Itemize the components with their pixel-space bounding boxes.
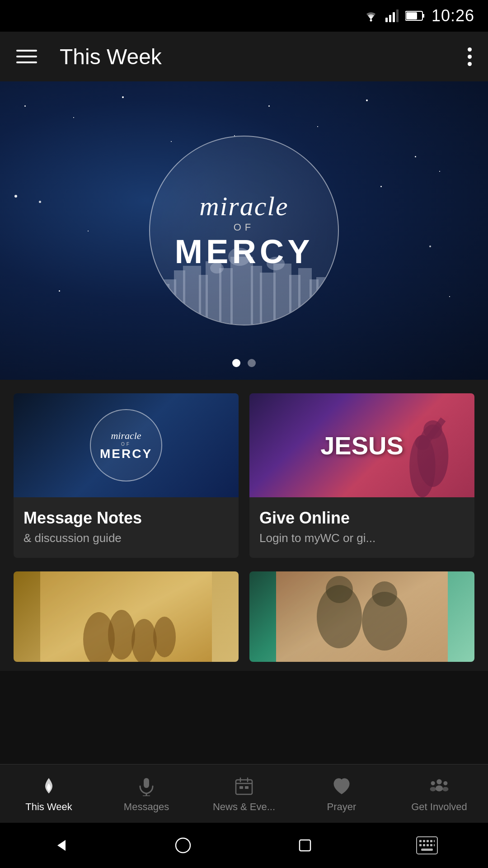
wifi-icon	[363, 9, 379, 22]
svg-marker-56	[57, 840, 66, 851]
card-mercy-text: MERCY	[100, 447, 152, 461]
message-notes-image: miracle OF MERCY	[14, 393, 239, 497]
svg-point-51	[436, 785, 443, 791]
keyboard-button[interactable]	[411, 830, 443, 861]
battery-icon	[405, 10, 425, 21]
back-button[interactable]	[45, 830, 77, 861]
carousel-dots	[232, 359, 256, 367]
nav-get-involved[interactable]: Get Involved	[390, 764, 488, 823]
svg-rect-67	[427, 844, 429, 846]
message-notes-subtitle: & discussion guide	[23, 531, 229, 545]
bottom-card-1[interactable]	[14, 571, 239, 662]
message-notes-body: Message Notes & discussion guide	[14, 497, 239, 558]
bottom-card-1-image	[14, 571, 239, 662]
svg-point-52	[431, 781, 435, 785]
svg-rect-2	[389, 15, 391, 22]
hero-mercy-text: MERCY	[174, 235, 313, 269]
svg-point-38	[326, 576, 353, 603]
svg-point-57	[176, 838, 190, 853]
svg-rect-44	[236, 780, 252, 794]
bottom-card-2-image	[249, 571, 474, 662]
calendar-icon	[233, 775, 255, 797]
svg-point-40	[372, 581, 397, 607]
bottom-nav: This Week Messages News & Eve...	[0, 764, 488, 823]
message-notes-card[interactable]: miracle OF MERCY Message Notes & discuss…	[14, 393, 239, 558]
svg-rect-69	[434, 844, 435, 846]
nav-this-week[interactable]: This Week	[0, 764, 98, 823]
bottom-card-2[interactable]	[249, 571, 474, 662]
svg-point-55	[442, 787, 448, 791]
nav-this-week-label: This Week	[25, 801, 72, 813]
svg-point-54	[443, 781, 447, 785]
svg-rect-3	[393, 12, 395, 22]
status-bar: 10:26	[0, 0, 488, 32]
give-online-title: Give Online	[259, 508, 465, 528]
card-of-text: OF	[121, 442, 131, 447]
svg-rect-4	[396, 9, 399, 22]
svg-rect-48	[239, 786, 243, 789]
nav-news-events[interactable]: News & Eve...	[195, 764, 293, 823]
flame-icon	[38, 775, 60, 797]
svg-rect-60	[419, 840, 422, 842]
page-title: This Week	[60, 44, 454, 69]
menu-icon[interactable]	[16, 50, 37, 63]
svg-rect-9	[160, 284, 169, 325]
svg-rect-64	[434, 840, 435, 842]
hero-of-text: OF	[234, 222, 255, 233]
message-notes-title: Message Notes	[23, 508, 229, 528]
give-online-image: JESUS	[249, 393, 474, 497]
give-online-body: Give Online Login to myWC or gi...	[249, 497, 474, 558]
bottom-cards-section	[0, 571, 488, 671]
carousel-dot-2[interactable]	[248, 359, 256, 367]
crowd-silhouette	[339, 414, 474, 497]
svg-rect-62	[427, 840, 429, 842]
nav-news-events-label: News & Eve...	[213, 801, 275, 813]
carousel-dot-1[interactable]	[232, 359, 240, 367]
svg-rect-68	[430, 844, 432, 846]
recents-button[interactable]	[289, 830, 321, 861]
mic-icon	[135, 775, 158, 797]
nav-prayer[interactable]: Prayer	[293, 764, 390, 823]
app-bar: This Week	[0, 32, 488, 81]
svg-rect-1	[385, 18, 388, 22]
give-online-card[interactable]: JESUS Give Online Login to myWC or gi...	[249, 393, 474, 558]
svg-rect-41	[144, 778, 149, 788]
nav-get-involved-label: Get Involved	[411, 801, 467, 813]
home-button[interactable]	[167, 830, 199, 861]
hero-miracle-text: miracle	[199, 193, 288, 220]
svg-point-0	[370, 19, 372, 22]
svg-point-53	[430, 787, 436, 791]
hero-logo-circle: miracle OF MERCY	[149, 136, 339, 326]
hero-carousel: miracle OF MERCY	[0, 81, 488, 380]
card-mercy-circle: miracle OF MERCY	[90, 409, 162, 481]
svg-rect-11	[183, 266, 201, 325]
give-online-subtitle: Login to myWC or gi...	[259, 531, 465, 545]
system-nav	[0, 823, 488, 868]
svg-rect-49	[245, 786, 249, 789]
svg-rect-61	[423, 840, 425, 842]
svg-rect-70	[421, 849, 433, 851]
svg-point-33	[108, 610, 135, 660]
svg-rect-65	[419, 844, 422, 846]
card-miracle-text: miracle	[111, 430, 141, 442]
svg-point-35	[153, 617, 176, 657]
svg-point-50	[436, 779, 441, 784]
svg-rect-18	[273, 264, 291, 325]
svg-rect-22	[316, 277, 328, 325]
cards-section: miracle OF MERCY Message Notes & discuss…	[0, 380, 488, 571]
svg-rect-66	[423, 844, 425, 846]
nav-messages[interactable]: Messages	[98, 764, 195, 823]
more-options-icon[interactable]	[468, 47, 472, 66]
people-icon	[428, 775, 450, 797]
svg-rect-58	[300, 840, 310, 851]
nav-messages-label: Messages	[124, 801, 169, 813]
status-time: 10:26	[432, 6, 474, 25]
svg-rect-17	[260, 273, 276, 325]
status-icons: 10:26	[363, 6, 474, 25]
svg-rect-7	[406, 12, 417, 19]
signal-icon	[385, 9, 399, 22]
heart-icon	[330, 775, 353, 797]
svg-rect-6	[422, 14, 424, 18]
svg-rect-63	[430, 840, 432, 842]
nav-prayer-label: Prayer	[327, 801, 357, 813]
